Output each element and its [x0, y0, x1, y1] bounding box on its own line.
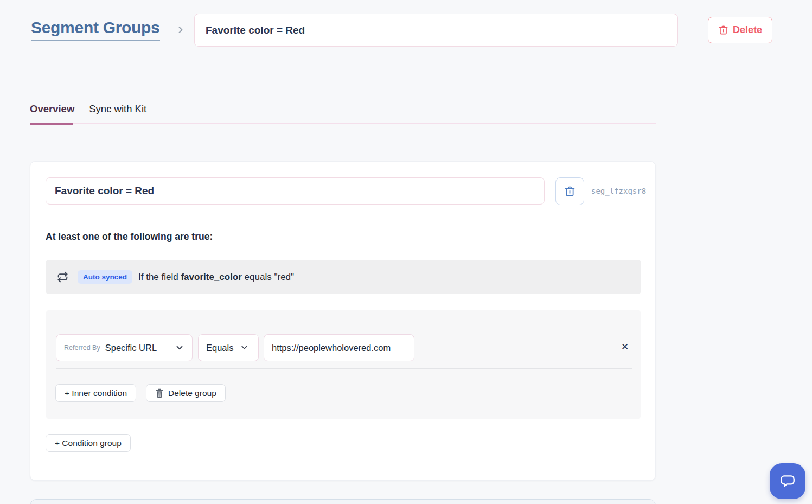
add-condition-group-button[interactable]: + Condition group — [46, 434, 131, 452]
inner-condition-label: + Inner condition — [65, 388, 127, 398]
auto-synced-badge: Auto synced — [78, 270, 132, 284]
trash-icon — [564, 186, 576, 197]
chevron-down-icon — [175, 343, 184, 353]
delete-segment-button[interactable]: Delete — [708, 17, 772, 43]
synced-condition-text: If the field favorite_color equals "red" — [138, 272, 294, 283]
delete-group-label: Delete group — [168, 388, 216, 398]
trash-icon — [718, 25, 728, 35]
condition-field-category-label: Referred By — [64, 344, 100, 352]
condition-group: Referred By Specific URL Equals ✕ + Inne… — [46, 310, 641, 419]
add-inner-condition-button[interactable]: + Inner condition — [55, 384, 136, 402]
segment-name-input[interactable] — [46, 177, 545, 205]
match-rule-heading: At least one of the following are true: — [46, 231, 213, 243]
condition-operator-select[interactable]: Equals — [198, 334, 259, 361]
condition-field-value: Specific URL — [105, 343, 157, 353]
delete-group-button[interactable]: Delete group — [146, 384, 226, 402]
chat-widget-button[interactable] — [770, 463, 805, 499]
segment-name-breadcrumb-input[interactable] — [194, 14, 678, 47]
tab-underline-track — [30, 123, 656, 124]
breadcrumb-chevron-icon — [175, 24, 186, 35]
chat-bubble-icon — [779, 473, 796, 489]
tab-overview[interactable]: Overview — [30, 103, 74, 123]
active-tab-indicator — [30, 123, 73, 125]
condition-operator-value: Equals — [206, 343, 233, 353]
remove-condition-icon[interactable]: ✕ — [618, 340, 631, 353]
chevron-down-icon — [240, 343, 250, 353]
condition-group-divider — [56, 368, 632, 369]
delete-segment-icon-button[interactable] — [555, 177, 584, 205]
next-segment-card-partial — [30, 499, 656, 504]
add-condition-group-label: + Condition group — [55, 438, 122, 448]
condition-field-select[interactable]: Referred By Specific URL — [56, 334, 193, 361]
header-divider — [30, 71, 772, 71]
segment-card: seg_lfzxqsr8 At least one of the followi… — [30, 161, 656, 481]
condition-value-input[interactable] — [264, 334, 414, 361]
segment-id: seg_lfzxqsr8 — [591, 187, 646, 195]
auto-synced-condition-row: Auto synced If the field favorite_color … — [46, 260, 641, 294]
delete-button-label: Delete — [733, 24, 762, 36]
page-title[interactable]: Segment Groups — [31, 18, 160, 41]
synced-field-name: favorite_color — [181, 272, 241, 282]
repeat-sync-icon — [57, 271, 68, 283]
tab-bar: Overview Sync with Kit — [30, 103, 656, 125]
tab-sync-with-kit[interactable]: Sync with Kit — [89, 103, 146, 123]
wastebasket-icon — [155, 388, 164, 398]
